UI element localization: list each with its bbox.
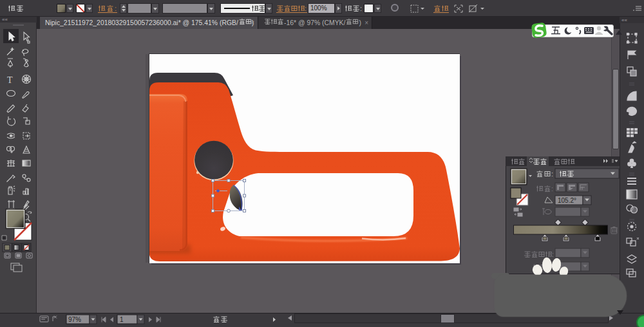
svg-text::: : [360, 5, 362, 12]
svg-text:105.2°: 105.2° [558, 197, 576, 204]
svg-text::: : [551, 185, 553, 192]
svg-text:97%: 97% [68, 316, 81, 323]
svg-text::: : [305, 5, 307, 12]
svg-text::: : [551, 170, 553, 178]
svg-text:T: T [7, 75, 13, 85]
svg-text:1: 1 [120, 316, 124, 323]
svg-text::: : [115, 5, 117, 12]
svg-text:««: «« [621, 17, 627, 23]
svg-text:««: «« [2, 17, 8, 23]
svg-text::: : [552, 250, 554, 258]
